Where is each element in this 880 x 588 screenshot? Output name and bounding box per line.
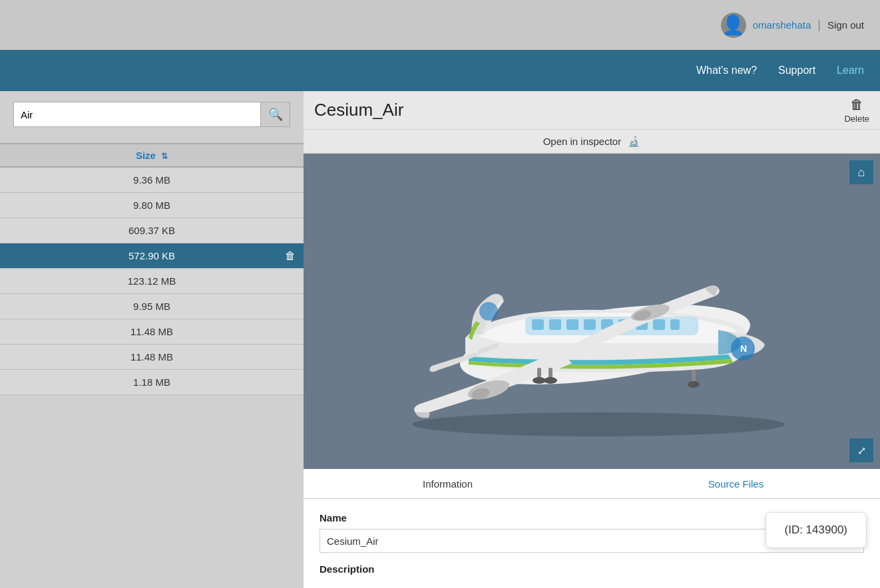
inspector-icon: 🔬: [628, 136, 640, 147]
user-icon: 👤: [722, 14, 745, 36]
sort-icon: ⇅: [161, 152, 168, 161]
main-layout: 🔍 Size ⇅ 9.36 MB9.80 MB609.37 KB572.90 K…: [0, 91, 880, 588]
nav-bar: What's new? Support Learn: [0, 50, 880, 91]
table-row[interactable]: 11.48 MB: [0, 345, 304, 370]
svg-rect-4: [549, 319, 561, 330]
tabs-bar: Information Source Files: [304, 469, 880, 499]
nav-support[interactable]: Support: [778, 65, 815, 76]
svg-rect-11: [670, 319, 680, 330]
svg-point-19: [688, 381, 700, 388]
svg-rect-6: [584, 319, 596, 330]
table-row[interactable]: 9.80 MB: [0, 193, 304, 218]
expand-button[interactable]: ⤢: [849, 438, 873, 462]
open-inspector-link[interactable]: Open in inspector 🔬: [543, 136, 641, 148]
table-row[interactable]: 572.90 KB🗑: [0, 243, 304, 269]
table-row[interactable]: 9.95 MB: [0, 294, 304, 319]
sidebar: 🔍 Size ⇅ 9.36 MB9.80 MB609.37 KB572.90 K…: [0, 91, 304, 588]
content-header: Cesium_Air 🗑 Delete: [304, 91, 880, 130]
airplane-illustration: N: [359, 185, 825, 438]
top-header: 👤 omarshehata | Sign out: [0, 0, 880, 50]
svg-point-0: [412, 412, 785, 436]
svg-rect-5: [566, 319, 578, 330]
search-icon: 🔍: [268, 107, 283, 122]
table-row[interactable]: 9.36 MB: [0, 167, 304, 193]
delete-button[interactable]: 🗑 Delete: [844, 97, 869, 124]
trash-icon: 🗑: [850, 97, 863, 112]
svg-text:N: N: [740, 343, 747, 354]
avatar: 👤: [721, 13, 746, 38]
description-label: Description: [320, 563, 864, 575]
size-table: Size ⇅ 9.36 MB9.80 MB609.37 KB572.90 KB🗑…: [0, 143, 304, 395]
nav-learn[interactable]: Learn: [837, 65, 864, 76]
inspector-bar: Open in inspector 🔬: [304, 130, 880, 154]
home-icon: ⌂: [858, 166, 865, 180]
user-section: 👤 omarshehata | Sign out: [721, 13, 864, 38]
table-row[interactable]: 11.48 MB: [0, 319, 304, 345]
tab-source-files[interactable]: Source Files: [592, 469, 880, 498]
search-input[interactable]: [13, 102, 261, 127]
plane-preview: N: [304, 154, 880, 469]
expand-icon: ⤢: [857, 444, 866, 457]
table-row[interactable]: 609.37 KB: [0, 218, 304, 243]
home-button[interactable]: ⌂: [849, 160, 873, 184]
id-tooltip: (ID: 143900): [766, 512, 867, 548]
sign-out-button[interactable]: Sign out: [827, 19, 864, 31]
svg-point-23: [544, 377, 557, 384]
asset-title: Cesium_Air: [314, 100, 403, 120]
search-bar: 🔍: [13, 102, 290, 127]
content-area: Cesium_Air 🗑 Delete Open in inspector 🔬: [304, 91, 880, 588]
preview-container: N: [304, 154, 880, 469]
delete-row-button[interactable]: 🗑: [285, 250, 296, 262]
table-row[interactable]: 123.12 MB: [0, 269, 304, 294]
nav-whats-new[interactable]: What's new?: [696, 65, 757, 76]
table-row[interactable]: 1.18 MB: [0, 370, 304, 395]
svg-rect-10: [653, 319, 665, 330]
search-button[interactable]: 🔍: [261, 102, 290, 127]
svg-rect-3: [532, 319, 544, 330]
username-link[interactable]: omarshehata: [753, 19, 811, 31]
size-column-header[interactable]: Size ⇅: [0, 144, 304, 167]
tab-information[interactable]: Information: [304, 469, 592, 498]
svg-point-24: [479, 302, 498, 321]
divider: |: [817, 18, 821, 32]
